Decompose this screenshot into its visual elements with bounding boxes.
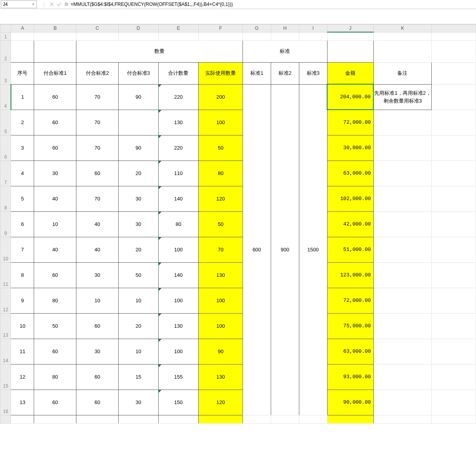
cell-b[interactable]: 80 (34, 364, 76, 390)
cell[interactable] (373, 186, 432, 211)
cell-b[interactable]: 80 (34, 288, 76, 313)
cell-amount[interactable]: 42,000.00 (327, 211, 373, 237)
cell-e[interactable]: 110 (158, 161, 199, 186)
cell-d[interactable]: 20 (118, 161, 158, 186)
cell-e[interactable]: 220 (158, 135, 199, 161)
cell[interactable] (373, 313, 432, 339)
cell[interactable] (432, 390, 476, 415)
cell[interactable] (373, 32, 432, 40)
cell-std3[interactable]: 1500 (299, 84, 327, 415)
cell-f[interactable]: 200 (199, 84, 243, 110)
cell[interactable] (432, 211, 476, 237)
cell[interactable] (373, 110, 432, 135)
cell-b[interactable]: 30 (34, 161, 76, 186)
cell-d[interactable]: 15 (118, 364, 158, 390)
cell-e[interactable]: 155 (158, 364, 199, 390)
cell-c[interactable]: 10 (76, 288, 119, 313)
col-header-I[interactable]: I (299, 25, 327, 32)
cell-e[interactable]: 150 (158, 390, 199, 415)
cell[interactable] (11, 415, 34, 423)
cell-f[interactable]: 100 (199, 313, 243, 339)
cell-d[interactable]: 10 (118, 339, 158, 364)
cell-amount[interactable]: 204,000.00 (327, 84, 373, 110)
row-header-6[interactable]: 6 (0, 135, 11, 161)
cell-e[interactable]: 100 (158, 288, 199, 313)
cell[interactable] (432, 364, 476, 390)
cell[interactable] (373, 364, 432, 390)
row-header-14[interactable]: 14 (0, 339, 11, 364)
cell-d[interactable] (118, 110, 158, 135)
cell-no[interactable]: 12 (11, 364, 34, 390)
cell-b[interactable]: 10 (34, 211, 76, 237)
cell[interactable] (432, 135, 476, 161)
header-H[interactable]: 标准2 (271, 62, 299, 84)
cell[interactable] (432, 186, 476, 211)
cell-d[interactable]: 90 (118, 135, 158, 161)
cell-note[interactable]: 先用标准1，再用标准2，剩余数量用标准3 (373, 84, 432, 110)
cell[interactable] (432, 40, 476, 62)
cell[interactable] (432, 161, 476, 186)
cell-amount[interactable]: 72,000.00 (327, 288, 373, 313)
cell[interactable] (34, 40, 76, 62)
header-J[interactable]: 金额 (327, 62, 373, 84)
cell-f[interactable]: 80 (199, 161, 243, 186)
cell[interactable] (118, 32, 158, 40)
header-I[interactable]: 标准3 (299, 62, 327, 84)
cell[interactable] (327, 415, 373, 423)
cell-d[interactable]: 20 (118, 313, 158, 339)
cell-b[interactable]: 60 (34, 390, 76, 415)
cell-e[interactable]: 140 (158, 186, 199, 211)
cell-d[interactable]: 30 (118, 211, 158, 237)
cell[interactable] (11, 32, 34, 40)
cell[interactable] (373, 339, 432, 364)
header-E[interactable]: 合计数量 (158, 62, 199, 84)
col-header-B[interactable]: B (34, 25, 76, 32)
cell-no[interactable]: 7 (11, 237, 34, 262)
cell-amount[interactable]: 93,000.00 (327, 364, 373, 390)
cell[interactable] (158, 415, 199, 423)
cell[interactable] (432, 313, 476, 339)
col-header-F[interactable]: F (199, 25, 243, 32)
cell-no[interactable]: 4 (11, 161, 34, 186)
cell-f[interactable]: 50 (199, 211, 243, 237)
cell[interactable] (199, 32, 243, 40)
cell-f[interactable]: 120 (199, 390, 243, 415)
cell-e[interactable]: 130 (158, 313, 199, 339)
row-header-5[interactable]: 5 (0, 110, 11, 135)
cell-amount[interactable]: 72,000.00 (327, 110, 373, 135)
cell-b[interactable]: 40 (34, 186, 76, 211)
cell-amount[interactable]: 51,000.00 (327, 237, 373, 262)
cell-f[interactable]: 100 (199, 110, 243, 135)
cell[interactable] (432, 339, 476, 364)
cell-b[interactable]: 60 (34, 110, 76, 135)
cell-amount[interactable]: 63,000.00 (327, 339, 373, 364)
header-F[interactable]: 实际使用数量 (199, 62, 243, 84)
row-header-7[interactable]: 7 (0, 161, 11, 186)
cell-c[interactable]: 70 (76, 186, 119, 211)
cell[interactable] (271, 415, 299, 423)
cell-f[interactable]: 130 (199, 262, 243, 288)
name-box[interactable]: J4 ▼ (1, 0, 37, 8)
cell-no[interactable]: 2 (11, 110, 34, 135)
cell[interactable] (158, 32, 199, 40)
cell-c[interactable]: 60 (76, 313, 119, 339)
cell-c[interactable]: 60 (76, 390, 119, 415)
cell-d[interactable]: 10 (118, 288, 158, 313)
cell-amount[interactable]: 102,000.00 (327, 186, 373, 211)
cell[interactable] (432, 62, 476, 84)
col-header-H[interactable]: H (271, 25, 299, 32)
cell-f[interactable]: 50 (199, 135, 243, 161)
cell-f[interactable]: 70 (199, 237, 243, 262)
row-header-13[interactable]: 13 (0, 313, 11, 339)
cell-f[interactable]: 90 (199, 339, 243, 364)
cell[interactable] (373, 135, 432, 161)
col-header-J[interactable]: J (327, 25, 373, 32)
cell-f[interactable]: 130 (199, 364, 243, 390)
cell-e[interactable]: 220 (158, 84, 199, 110)
cell[interactable] (76, 415, 119, 423)
cell-b[interactable]: 60 (34, 262, 76, 288)
cell-c[interactable]: 30 (76, 339, 119, 364)
cell[interactable] (373, 40, 432, 62)
col-header-D[interactable]: D (118, 25, 158, 32)
cell-amount[interactable]: 63,000.00 (327, 161, 373, 186)
